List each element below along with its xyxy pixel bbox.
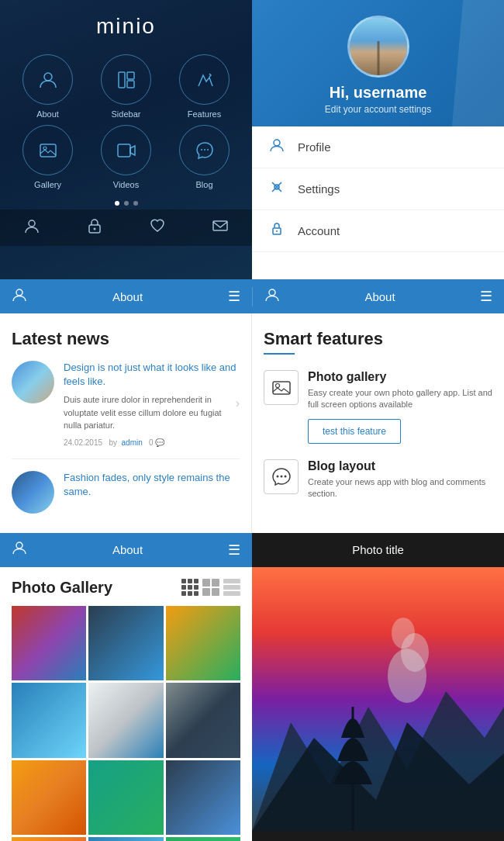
profile-menu: Profile Settings bbox=[252, 126, 504, 252]
svg-point-0 bbox=[44, 73, 52, 81]
feature-item-blog: Blog layout Create your news app with bl… bbox=[264, 459, 492, 500]
nav-bottom-title: About bbox=[112, 543, 143, 556]
bottom-section: Photo Gallery bbox=[0, 567, 504, 841]
svg-point-25 bbox=[16, 542, 22, 549]
menu-item-features[interactable]: Features bbox=[168, 54, 240, 119]
grid3-view-button[interactable] bbox=[181, 579, 198, 596]
gallery-title: Photo Gallery bbox=[12, 579, 112, 597]
menu-item-sidebar[interactable]: Sidebar bbox=[90, 54, 162, 119]
svg-point-19 bbox=[269, 289, 275, 296]
videos-icon bbox=[101, 125, 151, 175]
menu-dots bbox=[0, 197, 252, 209]
svg-point-32 bbox=[392, 618, 415, 649]
content-section: Latest news Design is not just what it l… bbox=[0, 313, 504, 533]
svg-point-8 bbox=[204, 149, 205, 151]
about-icon bbox=[22, 54, 73, 105]
photo-cell-10[interactable] bbox=[12, 837, 86, 841]
dot-1 bbox=[115, 201, 119, 206]
photo-cell-5[interactable] bbox=[88, 683, 163, 757]
photo-cell-8[interactable] bbox=[88, 760, 163, 835]
grid1-view-button[interactable] bbox=[223, 579, 240, 596]
bottom-nav bbox=[0, 209, 252, 246]
svg-rect-6 bbox=[118, 144, 130, 157]
news-thumb-1 bbox=[12, 361, 54, 403]
nav-right-user-icon bbox=[264, 287, 280, 306]
photo-cell-3[interactable] bbox=[166, 606, 240, 680]
sidebar-icon bbox=[101, 54, 151, 105]
svg-point-14 bbox=[274, 140, 280, 146]
photo-gallery-icon bbox=[264, 370, 299, 405]
photo-cell-1[interactable] bbox=[12, 606, 86, 680]
nav-heart-icon[interactable] bbox=[149, 217, 166, 238]
nav-mail-icon[interactable] bbox=[212, 217, 229, 238]
blog-label: Blog bbox=[195, 180, 212, 189]
svg-point-9 bbox=[207, 149, 209, 151]
profile-menu-item-settings[interactable]: Settings bbox=[252, 168, 504, 210]
latest-news-title: Latest news bbox=[12, 329, 240, 349]
profile-menu-item-profile[interactable]: Profile bbox=[252, 126, 504, 168]
photo-cell-4[interactable] bbox=[12, 683, 86, 757]
avatar bbox=[347, 16, 409, 78]
feature-content-blog: Blog layout Create your news app with bl… bbox=[308, 459, 492, 500]
photo-gallery-section: Photo Gallery bbox=[0, 567, 252, 841]
news-title-1: Design is not just what it looks like an… bbox=[64, 361, 240, 389]
hamburger-bottom[interactable]: ☰ bbox=[228, 542, 240, 559]
photo-cell-11[interactable] bbox=[88, 837, 163, 841]
photo-cell-9[interactable] bbox=[166, 760, 240, 835]
hamburger-left[interactable]: ☰ bbox=[228, 288, 240, 305]
nav-bar-top: About ☰ About ☰ bbox=[0, 279, 504, 313]
test-feature-button[interactable]: test this feature bbox=[308, 419, 401, 444]
smart-features-title: Smart features bbox=[264, 329, 492, 349]
svg-point-21 bbox=[275, 383, 279, 387]
nav-left-title: About bbox=[112, 290, 143, 303]
hamburger-right[interactable]: ☰ bbox=[480, 288, 492, 305]
grid2-view-button[interactable] bbox=[202, 579, 219, 596]
menu-grid: About Sidebar bbox=[0, 47, 252, 197]
photo-cell-2[interactable] bbox=[88, 606, 163, 680]
photo-cell-6[interactable] bbox=[166, 683, 240, 757]
svg-rect-4 bbox=[40, 144, 56, 157]
photo-cell-12[interactable] bbox=[166, 837, 240, 841]
svg-point-24 bbox=[284, 476, 286, 478]
svg-rect-1 bbox=[119, 72, 125, 88]
menu-item-about[interactable]: About bbox=[12, 54, 84, 119]
features-label: Features bbox=[188, 109, 221, 119]
menu-item-gallery[interactable]: Gallery bbox=[12, 125, 84, 189]
nav-bar-bottom-left: About ☰ bbox=[0, 540, 252, 559]
gallery-label: Gallery bbox=[34, 180, 61, 189]
nav-lock-icon[interactable] bbox=[86, 217, 103, 238]
blog-icon bbox=[179, 125, 230, 175]
feature-content-gallery: Photo gallery Easy create your own photo… bbox=[308, 370, 492, 444]
nav-bottom-user-icon bbox=[12, 540, 27, 559]
feature-desc-blog: Create your news app with blog and comme… bbox=[308, 476, 492, 500]
profile-menu-item-account[interactable]: Account bbox=[252, 210, 504, 252]
gallery-view-icons bbox=[181, 579, 240, 596]
smart-divider bbox=[264, 353, 295, 355]
svg-rect-3 bbox=[127, 81, 134, 88]
features-icon bbox=[179, 54, 230, 105]
svg-rect-13 bbox=[213, 221, 227, 230]
latest-news-section: Latest news Design is not just what it l… bbox=[0, 313, 252, 533]
news-meta-1: 24.02.2015 by admin 0 💬 bbox=[64, 438, 240, 447]
photo-title-text: Photo title bbox=[352, 543, 404, 556]
photo-grid bbox=[12, 606, 240, 835]
sidebar-label: Sidebar bbox=[112, 109, 141, 119]
nav-user-icon[interactable] bbox=[23, 217, 40, 238]
gallery-icon bbox=[22, 125, 73, 175]
landscape-svg bbox=[252, 567, 504, 831]
news-chevron-1[interactable]: › bbox=[236, 396, 240, 410]
svg-rect-20 bbox=[273, 382, 290, 394]
news-item-2: Fashion fades, only style remains the sa… bbox=[12, 471, 240, 514]
menu-item-videos[interactable]: Videos bbox=[90, 125, 162, 189]
menu-item-blog[interactable]: Blog bbox=[168, 125, 240, 189]
svg-point-22 bbox=[276, 476, 278, 478]
profile-panel: Hi, username Edit your account settings … bbox=[252, 0, 504, 279]
profile-menu-label-account: Account bbox=[298, 224, 340, 237]
photo-cell-7[interactable] bbox=[12, 760, 86, 835]
profile-menu-label-profile: Profile bbox=[298, 140, 331, 154]
app-menu: minio About bbox=[0, 0, 252, 279]
svg-point-18 bbox=[16, 289, 22, 296]
news-content-1: Design is not just what it looks like an… bbox=[64, 361, 240, 447]
profile-header: Hi, username Edit your account settings bbox=[252, 0, 504, 126]
profile-user-icon bbox=[268, 137, 286, 157]
